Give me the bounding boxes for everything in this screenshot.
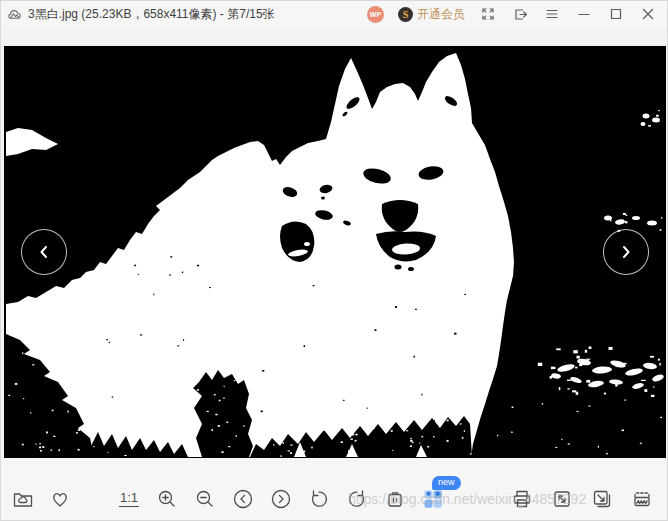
app-logo-icon: [7, 6, 23, 22]
cutout-button[interactable]: [630, 487, 654, 511]
actual-size-label: 1:1: [119, 491, 139, 507]
bottom-toolbar: https://blog.csdn.net/weixin_44857292 1:…: [1, 458, 667, 520]
edit-copy-icon: [591, 488, 613, 510]
edit-copy-button[interactable]: [590, 487, 614, 511]
minimize-icon: [577, 7, 591, 21]
trash-icon: [384, 488, 406, 510]
export-button[interactable]: [511, 5, 529, 23]
vip-s-icon: S: [398, 7, 413, 22]
rotate-left-icon: [308, 488, 330, 510]
new-badge: new: [432, 476, 461, 490]
zoom-out-icon: [194, 488, 216, 510]
canvas-wrap: [1, 46, 667, 458]
collage-button[interactable]: new: [421, 487, 445, 511]
fit-window-icon: [551, 488, 573, 510]
titlebar: 3黑白.jpg (25.23KB，658x411像素) - 第7/15张 WP …: [1, 1, 667, 27]
binary-dog-image: [6, 46, 664, 458]
rotate-right-button[interactable]: [345, 487, 369, 511]
maximize-icon: [609, 7, 623, 21]
image-viewer-window: 3黑白.jpg (25.23KB，658x411像素) - 第7/15张 WP …: [0, 0, 668, 521]
window-title: 3黑白.jpg (25.23KB，658x411像素) - 第7/15张: [28, 6, 275, 23]
next-button[interactable]: [269, 487, 293, 511]
collage-icon: [422, 488, 444, 510]
export-icon: [513, 7, 527, 21]
heart-icon: [49, 488, 71, 510]
previous-button[interactable]: [231, 487, 255, 511]
next-image-button[interactable]: [603, 229, 649, 275]
zoom-out-button[interactable]: [193, 487, 217, 511]
folder-cloud-icon: [12, 488, 34, 510]
fit-window-button[interactable]: [550, 487, 574, 511]
zoom-in-button[interactable]: [155, 487, 179, 511]
open-file-button[interactable]: [11, 487, 35, 511]
menu-button[interactable]: [543, 5, 561, 23]
delete-button[interactable]: [383, 487, 407, 511]
favorite-button[interactable]: [48, 487, 72, 511]
close-icon: [641, 7, 655, 21]
vip-label: 开通会员: [417, 6, 465, 23]
actual-size-button[interactable]: 1:1: [117, 487, 141, 511]
image-canvas: [4, 46, 666, 458]
fullscreen-button[interactable]: [479, 5, 497, 23]
chevron-right-icon: [617, 243, 635, 261]
fullscreen-icon: [481, 7, 495, 21]
previous-image-button[interactable]: [21, 229, 67, 275]
menu-icon: [545, 7, 559, 21]
minimize-button[interactable]: [575, 5, 593, 23]
rotate-right-icon: [346, 488, 368, 510]
circle-chevron-right-icon: [270, 488, 292, 510]
chevron-left-icon: [35, 243, 53, 261]
printer-icon: [511, 488, 533, 510]
circle-chevron-left-icon: [232, 488, 254, 510]
open-vip-button[interactable]: S 开通会员: [398, 6, 465, 23]
close-button[interactable]: [639, 5, 657, 23]
maximize-button[interactable]: [607, 5, 625, 23]
print-button[interactable]: [510, 487, 534, 511]
toolbar-gap: [1, 27, 667, 46]
cutout-icon: [631, 488, 653, 510]
rotate-left-button[interactable]: [307, 487, 331, 511]
wp-badge[interactable]: WP: [367, 6, 384, 23]
zoom-in-icon: [156, 488, 178, 510]
